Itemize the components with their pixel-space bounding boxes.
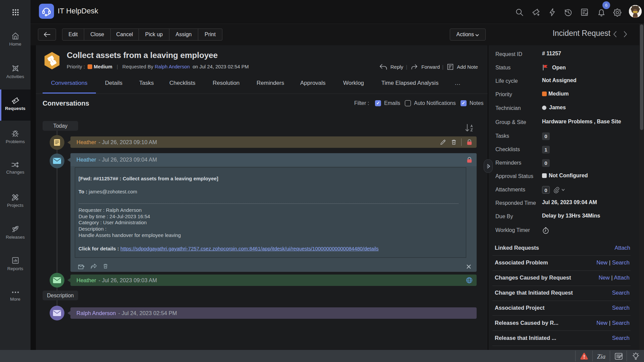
svg-text:Zia: Zia [597,353,605,360]
